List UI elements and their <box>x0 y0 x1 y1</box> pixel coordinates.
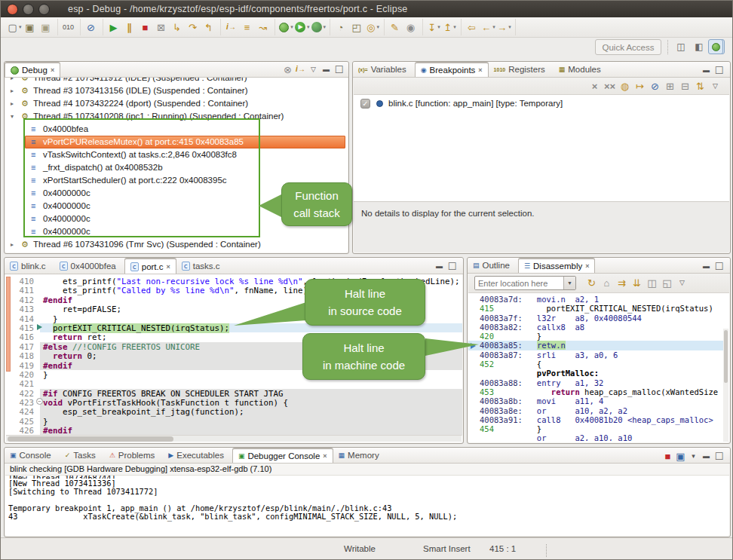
Outline[interactable]: ▤ Outline <box>468 258 518 273</box>
disassembly-row[interactable]: 40083a7d: movi.n a2, 1 <box>468 295 723 304</box>
view-menu-icon[interactable]: ▽ <box>676 277 689 290</box>
console-output[interactable]: [New Thread 1073468744][New Thread 10734… <box>5 476 729 536</box>
Memory[interactable]: ▦ Memory <box>333 448 388 463</box>
skip-all-breakpoints-icon[interactable]: ⊘ <box>649 79 661 93</box>
open-perspective-icon[interactable]: ◫ <box>673 39 689 54</box>
location-input[interactable] <box>475 277 563 289</box>
disassembly-body[interactable]: 40083a7d: movi.n a2, 1415 portEXIT_CRITI… <box>468 293 729 442</box>
next-annotation-icon[interactable]: ↥ ▾ <box>443 20 457 35</box>
maximize-icon[interactable]: ☐ <box>333 63 345 76</box>
external-tools-icon[interactable]: ◎ ▾ <box>366 20 380 35</box>
minimize-icon[interactable]: ▬ <box>700 259 713 273</box>
Debugger Console[interactable]: ▣ Debugger Console × <box>232 448 333 463</box>
blink.c[interactable]: c blink.c <box>5 258 54 274</box>
minimize-icon[interactable]: ▬ <box>320 63 333 76</box>
code-line[interactable]: 425 } <box>5 417 462 426</box>
location-dropdown-icon[interactable]: ▼ <box>563 276 575 290</box>
coverage-icon[interactable]: ◔ <box>334 20 348 35</box>
disassembly-row[interactable]: 40083a8e: or a10, a2, a2 <box>468 406 723 415</box>
tab-debug[interactable]: Debug × <box>5 62 60 77</box>
tree-twisty-icon[interactable]: ▸ <box>11 87 14 94</box>
location-combo[interactable]: ▼ <box>474 276 576 290</box>
display-selected-console-icon[interactable]: ▣ <box>674 449 687 463</box>
Problems[interactable]: ⚠ Problems <box>104 448 164 463</box>
editor-hscrollbar[interactable] <box>6 435 462 442</box>
disassembly-row[interactable]: or a2, a10, a10 <box>468 433 723 441</box>
track-expression-icon[interactable]: ⇊ <box>630 277 643 290</box>
disassembly-row[interactable]: 40083a8b: movi a11, 4 <box>468 396 723 405</box>
collapse-all-icon[interactable]: ⊟ <box>679 79 692 93</box>
disassembly-row[interactable]: 415 portEXIT_CRITICAL_NESTED(irqStatus) <box>468 304 723 313</box>
quick-access-button[interactable]: Quick Access <box>595 39 661 55</box>
profile-icon[interactable]: · ▾ <box>311 20 327 35</box>
tree-twisty-icon[interactable]: ▸ <box>11 100 14 107</box>
minimize-icon[interactable]: ▬ <box>700 63 713 77</box>
code-line[interactable]: 423 void vPortFirstTaskHook(TaskFunction… <box>5 398 462 407</box>
disassembly-row[interactable]: 454 } <box>468 424 723 433</box>
Disassembly[interactable]: ☰ Disassembly × <box>518 258 596 273</box>
debug-perspective-icon[interactable] <box>708 39 723 54</box>
mark-occurrences-icon[interactable]: ✎ <box>388 20 403 35</box>
debug-icon[interactable]: ▾ <box>279 20 293 35</box>
close-icon[interactable]: × <box>323 452 327 460</box>
step-over-icon[interactable]: ↷ <box>186 20 201 35</box>
back-history-icon[interactable]: ⇦ <box>465 20 480 35</box>
breakpoint-checkbox[interactable]: ✓ <box>360 99 370 109</box>
save-all-icon[interactable]: ▣ <box>39 20 54 35</box>
suspend-icon[interactable]: ∥ <box>123 20 137 35</box>
scroll-thumb[interactable] <box>724 330 728 383</box>
disassembly-row[interactable]: 453 return heap_caps_malloc(xWantedSize <box>468 387 723 396</box>
remove-all-terminated-icon[interactable]: ⊗ <box>281 63 294 76</box>
disasm-vscrollbar[interactable] <box>723 329 728 442</box>
view-menu-icon[interactable]: ▽ <box>307 63 320 76</box>
code-line[interactable]: 422 #if CONFIG_FREERTOS_BREAK_ON_SCHEDUL… <box>5 389 462 398</box>
breakpoint-row[interactable]: ✓ blink.c [function: app_main] [type: Te… <box>354 98 729 112</box>
minimize-button[interactable] <box>23 4 34 15</box>
close-icon[interactable]: × <box>51 66 54 74</box>
debug-tree-row[interactable]: ▸ ⚙ Thread #4 1073432224 (dport) (Suspen… <box>5 97 348 110</box>
debug-tree-row[interactable]: ▸ ⚙ Thread #2 1073411912 (IDLE) (Suspend… <box>5 78 348 84</box>
use-step-filters-icon[interactable]: ↝ <box>256 20 271 35</box>
binary-icon[interactable]: 010 <box>62 20 76 35</box>
console-dropdown-icon[interactable]: ▾ <box>687 449 700 463</box>
resume-icon[interactable]: ▶ <box>107 20 121 35</box>
maximize-icon[interactable]: ☐ <box>713 449 725 463</box>
forward-icon[interactable]: → ▾ <box>497 20 511 35</box>
show-supported-breakpoints-icon[interactable]: ◍ <box>618 79 631 93</box>
disassembly-row[interactable]: 40083a82: callx8 a8 <box>468 323 723 332</box>
port.c[interactable]: c port.c × <box>124 258 176 274</box>
tree-twisty-icon[interactable]: ▸ <box>11 241 14 248</box>
step-return-icon[interactable]: ↰ <box>202 20 216 35</box>
disassembly-row[interactable]: pvPortMalloc: <box>468 369 723 378</box>
save-icon[interactable]: ▣ <box>23 20 38 35</box>
debug-tree-row[interactable]: ▸ ⚙ Thread #6 1073431096 (Tmr Svc) (Susp… <box>5 238 348 251</box>
disassembly-row[interactable]: 452 { <box>468 360 723 369</box>
back-icon[interactable]: ← ▾ <box>481 20 495 35</box>
remove-breakpoint-icon[interactable]: × <box>588 79 601 93</box>
pin-view-icon[interactable]: ◱ <box>661 277 673 290</box>
drop-to-frame-icon[interactable]: ≡ <box>241 20 255 35</box>
expand-all-icon[interactable]: ⊞ <box>664 79 676 93</box>
remove-all-breakpoints-icon[interactable]: ×× <box>603 79 616 93</box>
Console[interactable]: ▣ Console <box>5 448 60 463</box>
group-by-icon[interactable]: ⇅ <box>694 79 707 93</box>
disconnect-icon[interactable]: ⊠ <box>155 20 169 35</box>
scroll-thumb[interactable] <box>8 436 173 442</box>
view-menu-icon[interactable]: ▽ <box>709 79 722 93</box>
Modules[interactable]: ▦ Modules <box>554 62 609 77</box>
open-new-view-icon[interactable]: ◫ <box>646 277 658 290</box>
maximize-icon[interactable]: ☐ <box>713 63 725 77</box>
disassembly-row[interactable]: 40083a7f: l32r a8, 0x40080544 <box>468 314 723 323</box>
skip-all-breakpoints-icon[interactable]: ⊘ <box>84 20 99 35</box>
minimize-icon[interactable]: ▬ <box>433 259 446 273</box>
maximize-icon[interactable]: ☐ <box>446 259 459 273</box>
instruction-stepping-icon[interactable]: i→ <box>225 20 239 35</box>
disassembly-row[interactable]: 40083a91: call8 0x40081b20 <heap_caps_ma… <box>468 415 723 424</box>
open-folder-icon[interactable]: ◰ <box>350 20 364 35</box>
close-icon[interactable]: × <box>585 262 589 270</box>
refresh-icon[interactable]: ↻ <box>585 277 598 290</box>
fold-marker-icon[interactable]: − <box>36 398 43 405</box>
close-button[interactable] <box>7 4 18 15</box>
debug-tree-row[interactable]: ▸ ⚙ Thread #3 1073413156 (IDLE) (Suspend… <box>5 84 348 97</box>
terminate-icon[interactable]: ■ <box>661 449 674 463</box>
